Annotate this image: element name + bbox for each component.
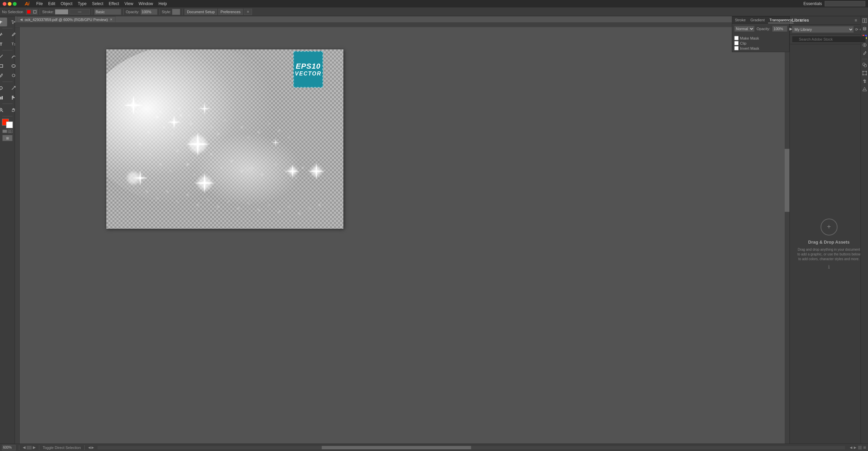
menu-view[interactable]: View xyxy=(125,1,133,6)
nav-right-btn[interactable]: ▶ xyxy=(854,446,856,449)
scroll-left-btn[interactable]: ◀ xyxy=(88,446,91,449)
stroke-color-box[interactable] xyxy=(55,9,68,15)
color-indicator xyxy=(1,119,14,128)
sgt-collapse-btn[interactable]: ▼ xyxy=(798,17,804,23)
graph-tools xyxy=(0,93,20,102)
rect-tool[interactable] xyxy=(0,62,7,70)
svg-point-79 xyxy=(136,111,137,113)
v-scrollbar[interactable] xyxy=(785,22,789,444)
tool-name-status: Toggle Direct Selection xyxy=(43,446,81,450)
pencil-tool[interactable] xyxy=(7,30,20,39)
transparency-tab[interactable]: Transparency xyxy=(768,17,793,23)
pathfinder-icon[interactable] xyxy=(862,62,868,68)
minimize-button[interactable] xyxy=(8,2,12,6)
style-box[interactable] xyxy=(172,9,180,15)
drag-drop-info-icon[interactable]: ℹ xyxy=(828,264,830,270)
menu-window[interactable]: Window xyxy=(139,1,153,6)
svg-point-84 xyxy=(167,107,168,107)
opacity-input[interactable] xyxy=(141,9,157,15)
svg-point-37 xyxy=(248,137,249,138)
sync-icon[interactable]: ⟳ xyxy=(855,27,858,32)
layers-icon[interactable] xyxy=(862,26,868,32)
svg-point-106 xyxy=(862,74,863,75)
more-options-btn[interactable]: ≡ xyxy=(244,9,252,15)
menu-file[interactable]: File xyxy=(36,1,43,6)
bar-graph-tool[interactable] xyxy=(7,93,20,102)
arc-tool[interactable] xyxy=(7,52,20,61)
menu-effect[interactable]: Effect xyxy=(109,1,119,6)
draw-inside-mode[interactable] xyxy=(8,130,13,133)
svg-point-58 xyxy=(302,167,303,168)
align-icon[interactable] xyxy=(862,78,868,84)
stroke-tab[interactable]: Stroke xyxy=(734,17,747,23)
preferences-btn[interactable]: Preferences xyxy=(218,9,243,15)
menu-object[interactable]: Object xyxy=(61,1,72,6)
symbols-icon[interactable] xyxy=(862,42,868,48)
nav-left-btn[interactable]: ◀ xyxy=(850,446,852,449)
type-tool[interactable]: T xyxy=(0,40,7,48)
h-scrollbar[interactable] xyxy=(98,446,845,449)
library-selector[interactable]: My Library xyxy=(792,26,854,33)
svg-point-64 xyxy=(187,194,188,196)
panel-menu-btn[interactable]: ≡ xyxy=(853,18,859,23)
gradient-tab[interactable]: Gradient xyxy=(749,17,766,23)
zoom-tool[interactable] xyxy=(0,106,7,114)
opacity-input-sgt[interactable] xyxy=(772,26,787,32)
doc-tab[interactable]: ◀ ock_429337859.pdf @ 600% (RGB/GPU Prev… xyxy=(17,16,115,22)
svg-rect-6 xyxy=(0,97,1,99)
screen-mode-btn[interactable]: ⊞ xyxy=(2,135,13,141)
scroll-right-btn[interactable]: ▶ xyxy=(91,446,94,449)
invert-mask-checkbox[interactable] xyxy=(734,46,739,50)
ellipse-tool[interactable] xyxy=(7,62,20,70)
artboard: EPS10 VECTOR xyxy=(106,49,343,229)
selection-tool[interactable] xyxy=(0,18,7,26)
essentials-search-input[interactable] xyxy=(825,1,865,6)
svg-line-12 xyxy=(2,111,3,112)
transform-icon[interactable] xyxy=(862,70,868,76)
grid-view-btn[interactable]: ⊞ xyxy=(863,446,866,449)
v-scroll-thumb[interactable] xyxy=(785,149,789,212)
menu-edit[interactable]: Edit xyxy=(48,1,55,6)
menu-type[interactable]: Type xyxy=(78,1,87,6)
essentials-bar: Essentials xyxy=(801,0,868,7)
zoom-input[interactable] xyxy=(2,445,16,450)
document-setup-btn[interactable]: Document Setup xyxy=(185,9,217,15)
svg-rect-10 xyxy=(12,98,13,99)
menu-select[interactable]: Select xyxy=(92,1,103,6)
scale-tool[interactable] xyxy=(7,84,20,92)
blend-mode-select[interactable]: Normal Multiply Screen Overlay xyxy=(734,26,755,32)
column-graph-tool[interactable] xyxy=(0,93,7,102)
sgt-expand-btn[interactable]: ▶ xyxy=(789,27,792,31)
maximize-button[interactable] xyxy=(13,2,17,6)
h-scroll-thumb[interactable] xyxy=(322,446,471,449)
normal-mode[interactable] xyxy=(2,130,7,133)
drag-drop-area: + Drag & Drop Assets Drag and drop anyth… xyxy=(790,44,868,444)
type-touch-tool[interactable]: T↕ xyxy=(7,40,20,48)
menu-help[interactable]: Help xyxy=(158,1,167,6)
hand-tool[interactable] xyxy=(7,106,20,114)
right-panel: Libraries ≡ ✕ My Library ⟳ + ↗ 🔍 + Drag … xyxy=(789,16,868,444)
make-mask-checkbox[interactable] xyxy=(734,36,739,40)
stroke-indicator[interactable] xyxy=(32,9,38,15)
next-artboard-btn[interactable]: ▶ xyxy=(33,445,36,450)
prev-artboard-btn[interactable]: ◀ xyxy=(23,445,25,450)
color-guide-icon[interactable] xyxy=(862,86,868,92)
blob-brush-tool[interactable] xyxy=(7,71,20,80)
svg-point-67 xyxy=(217,206,219,207)
pen-tool[interactable] xyxy=(0,30,7,39)
line-tool[interactable] xyxy=(0,52,7,61)
status-bar: ◀ ▶ Toggle Direct Selection ◀ ▶ ◀ ▶ ⊞ xyxy=(0,444,868,451)
libraries-icon[interactable] xyxy=(862,18,868,24)
paint-brush-tool[interactable] xyxy=(0,71,7,80)
blend-mode-row: Normal Multiply Screen Overlay Opacity: … xyxy=(734,26,787,32)
doc-tab-title: ock_429337859.pdf @ 600% (RGB/GPU Previe… xyxy=(25,18,108,22)
clip-checkbox[interactable] xyxy=(734,41,739,45)
stroke-color[interactable] xyxy=(6,121,13,128)
brushes-icon[interactable] xyxy=(862,50,868,56)
pen-tools xyxy=(0,30,20,39)
fill-indicator[interactable] xyxy=(26,9,31,15)
close-button[interactable] xyxy=(3,2,6,6)
rotate-tool[interactable] xyxy=(0,84,7,92)
search-input[interactable] xyxy=(792,36,866,43)
stroke-preset-input[interactable] xyxy=(94,9,121,15)
